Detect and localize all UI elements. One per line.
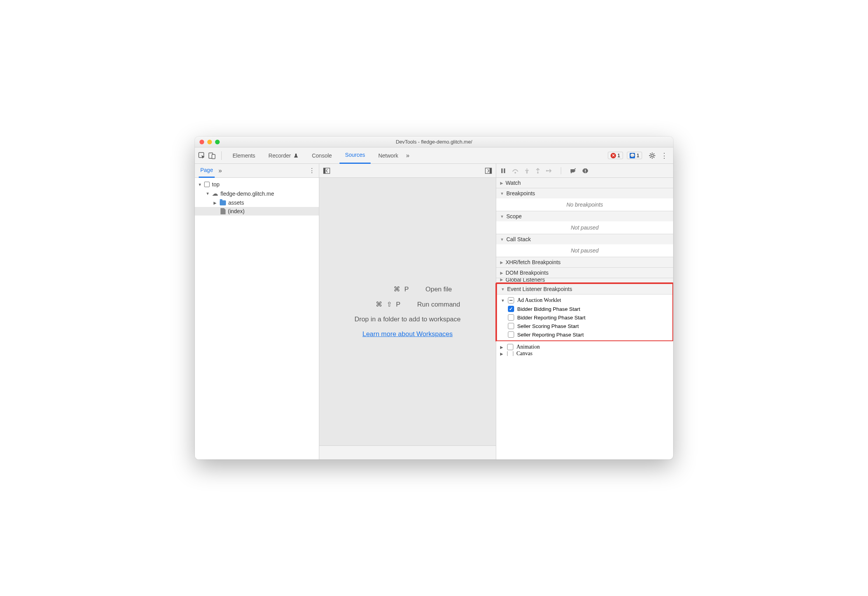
run-command-shortcut: ⌘ ⇧ P bbox=[355, 300, 402, 309]
settings-icon[interactable] bbox=[648, 152, 656, 160]
nav-menu-icon[interactable]: ⋮ bbox=[309, 167, 315, 174]
tree-folder-assets[interactable]: assets bbox=[195, 198, 319, 207]
inspect-icon[interactable] bbox=[198, 152, 206, 160]
minimize-window-button[interactable] bbox=[207, 140, 212, 144]
svg-point-12 bbox=[537, 172, 539, 174]
kebab-menu-icon[interactable]: ⋮ bbox=[661, 151, 668, 160]
step-into-icon[interactable] bbox=[524, 168, 530, 174]
pause-icon[interactable] bbox=[500, 168, 506, 174]
callstack-section[interactable]: Call Stack bbox=[496, 234, 673, 244]
tree-top-frame[interactable]: top bbox=[195, 180, 319, 189]
devtools-window: DevTools - fledge-demo.glitch.me/ Elemen… bbox=[195, 137, 673, 459]
page-tab[interactable]: Page bbox=[199, 164, 215, 178]
flask-icon bbox=[293, 153, 299, 158]
checkbox-icon[interactable] bbox=[508, 323, 514, 329]
tab-network[interactable]: Network bbox=[373, 147, 404, 164]
xhr-breakpoints-section[interactable]: XHR/fetch Breakpoints bbox=[496, 257, 673, 267]
workspace-drop-hint: Drop in a folder to add to workspace bbox=[354, 316, 460, 323]
scope-section[interactable]: Scope bbox=[496, 211, 673, 221]
bp-bidder-bidding[interactable]: Bidder Bidding Phase Start bbox=[497, 305, 672, 313]
close-window-button[interactable] bbox=[200, 140, 204, 144]
bp-seller-reporting[interactable]: Seller Reporting Phase Start bbox=[497, 330, 672, 339]
svg-rect-16 bbox=[585, 172, 586, 172]
open-file-label: Open file bbox=[425, 286, 452, 293]
bp-bidder-reporting[interactable]: Bidder Reporting Phase Start bbox=[497, 313, 672, 322]
tab-recorder[interactable]: Recorder bbox=[263, 147, 304, 164]
show-navigator-icon[interactable] bbox=[323, 168, 330, 174]
svg-rect-9 bbox=[504, 168, 506, 173]
pause-exceptions-icon[interactable] bbox=[582, 168, 588, 174]
checkbox-checked-icon[interactable] bbox=[508, 306, 514, 312]
tree-file-index[interactable]: (index) bbox=[195, 207, 319, 216]
editor-placeholder: ⌘ POpen file ⌘ ⇧ PRun command Drop in a … bbox=[319, 178, 496, 445]
show-debugger-icon[interactable] bbox=[485, 168, 492, 174]
open-file-shortcut: ⌘ P bbox=[363, 285, 410, 293]
event-listener-breakpoints-section[interactable]: Event Listener Breakpoints bbox=[497, 284, 672, 294]
highlight-box: Event Listener Breakpoints Ad Auction Wo… bbox=[495, 282, 673, 342]
tab-elements[interactable]: Elements bbox=[227, 147, 261, 164]
dom-breakpoints-section[interactable]: DOM Breakpoints bbox=[496, 268, 673, 278]
zoom-window-button[interactable] bbox=[215, 140, 220, 144]
checkbox-icon[interactable] bbox=[508, 314, 514, 321]
no-breakpoints-label: No breakpoints bbox=[496, 198, 673, 211]
traffic-lights bbox=[200, 140, 220, 144]
error-badge[interactable]: ✕1 bbox=[608, 152, 623, 159]
message-badge[interactable]: 💬1 bbox=[627, 152, 642, 159]
more-tabs-icon[interactable]: » bbox=[406, 152, 410, 159]
breakpoints-section[interactable]: Breakpoints bbox=[496, 188, 673, 198]
device-mode-icon[interactable] bbox=[208, 152, 216, 160]
deactivate-breakpoints-icon[interactable] bbox=[570, 168, 577, 174]
titlebar: DevTools - fledge-demo.glitch.me/ bbox=[195, 137, 673, 147]
navigator-panel: Page » ⋮ top ☁fledge-demo.glitch.me asse… bbox=[195, 164, 319, 459]
svg-rect-15 bbox=[585, 170, 586, 171]
svg-rect-2 bbox=[212, 154, 215, 159]
checkbox-icon[interactable] bbox=[507, 344, 513, 350]
editor-panel: ⌘ POpen file ⌘ ⇧ PRun command Drop in a … bbox=[319, 164, 496, 459]
svg-point-11 bbox=[526, 172, 528, 174]
svg-point-13 bbox=[546, 170, 548, 172]
bp-seller-scoring[interactable]: Seller Scoring Phase Start bbox=[497, 322, 672, 330]
animation-group[interactable]: Animation bbox=[496, 343, 673, 351]
tab-sources[interactable]: Sources bbox=[340, 147, 370, 164]
debugger-toolbar bbox=[496, 164, 673, 178]
checkbox-icon[interactable] bbox=[508, 331, 514, 338]
workspaces-learn-link[interactable]: Learn more about Workspaces bbox=[362, 330, 453, 338]
run-command-label: Run command bbox=[417, 301, 460, 309]
checkbox-indeterminate-icon[interactable] bbox=[508, 297, 514, 303]
tree-domain[interactable]: ☁fledge-demo.glitch.me bbox=[195, 189, 319, 198]
svg-rect-7 bbox=[490, 168, 492, 174]
checkbox-icon[interactable] bbox=[507, 351, 513, 356]
ad-auction-worklet-group[interactable]: Ad Auction Worklet bbox=[497, 296, 672, 305]
step-over-icon[interactable] bbox=[512, 168, 519, 174]
debugger-panel: Watch Breakpoints No breakpoints Scope N… bbox=[496, 164, 673, 459]
svg-point-3 bbox=[651, 154, 653, 157]
tab-console[interactable]: Console bbox=[306, 147, 337, 164]
navigator-tabs: Page » ⋮ bbox=[195, 164, 319, 178]
callstack-not-paused: Not paused bbox=[496, 244, 673, 257]
file-tree: top ☁fledge-demo.glitch.me assets (index… bbox=[195, 178, 319, 459]
scope-not-paused: Not paused bbox=[496, 221, 673, 234]
more-nav-tabs-icon[interactable]: » bbox=[219, 167, 222, 174]
svg-rect-8 bbox=[501, 168, 503, 173]
main-toolbar: Elements Recorder Console Sources Networ… bbox=[195, 147, 673, 164]
step-out-icon[interactable] bbox=[535, 168, 541, 174]
step-icon[interactable] bbox=[546, 168, 552, 174]
window-title: DevTools - fledge-demo.glitch.me/ bbox=[195, 139, 673, 145]
svg-point-10 bbox=[514, 172, 516, 174]
watch-section[interactable]: Watch bbox=[496, 178, 673, 188]
svg-rect-5 bbox=[324, 168, 326, 174]
canvas-group[interactable]: Canvas bbox=[496, 351, 673, 356]
